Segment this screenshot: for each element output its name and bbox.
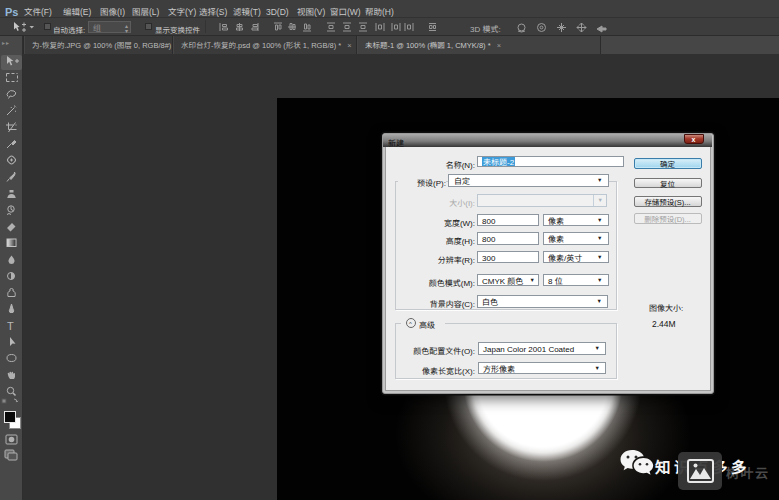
svg-text:T: T	[7, 320, 14, 332]
